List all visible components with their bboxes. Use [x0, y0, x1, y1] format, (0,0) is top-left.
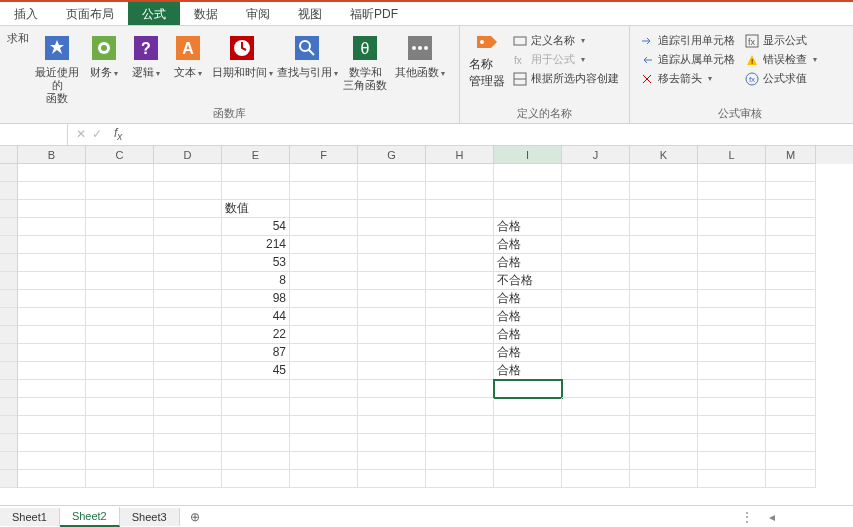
trace-precedents-cmd[interactable]: 追踪引用单元格	[636, 32, 739, 49]
cell[interactable]	[154, 344, 222, 362]
cell[interactable]: 45	[222, 362, 290, 380]
error-check-cmd[interactable]: !错误检查▾	[741, 51, 821, 68]
cell[interactable]	[86, 416, 154, 434]
col-header-F[interactable]: F	[290, 146, 358, 164]
cell[interactable]	[426, 272, 494, 290]
cell[interactable]	[154, 236, 222, 254]
cell[interactable]	[18, 326, 86, 344]
cell[interactable]	[630, 344, 698, 362]
cell[interactable]	[154, 362, 222, 380]
cell[interactable]	[18, 254, 86, 272]
cell[interactable]	[18, 308, 86, 326]
cell[interactable]	[766, 470, 816, 488]
cell[interactable]: 合格	[494, 236, 562, 254]
define-name-cmd[interactable]: 定义名称▾	[509, 32, 623, 49]
recent-functions-button[interactable]: 最近使用的 函数	[32, 28, 82, 105]
tab-review[interactable]: 审阅	[232, 2, 284, 25]
cell[interactable]	[630, 362, 698, 380]
sheet-tab-3[interactable]: Sheet3	[120, 508, 180, 526]
cell[interactable]	[494, 434, 562, 452]
cell[interactable]	[290, 254, 358, 272]
cell[interactable]: 不合格	[494, 272, 562, 290]
cell[interactable]	[86, 398, 154, 416]
cell[interactable]	[562, 434, 630, 452]
fx-button[interactable]: fx	[108, 126, 128, 142]
cell[interactable]	[358, 398, 426, 416]
cell[interactable]	[494, 398, 562, 416]
tab-data[interactable]: 数据	[180, 2, 232, 25]
logic-button[interactable]: ? 逻辑▾	[126, 28, 166, 105]
cell[interactable]	[766, 326, 816, 344]
cell[interactable]	[358, 272, 426, 290]
cell[interactable]	[18, 290, 86, 308]
cell[interactable]	[154, 380, 222, 398]
cell[interactable]	[222, 380, 290, 398]
cell[interactable]	[698, 380, 766, 398]
tab-insert[interactable]: 插入	[0, 2, 52, 25]
cell[interactable]: 8	[222, 272, 290, 290]
cell[interactable]	[18, 272, 86, 290]
cell[interactable]	[698, 452, 766, 470]
create-from-selection-cmd[interactable]: 根据所选内容创建	[509, 70, 623, 87]
cell[interactable]	[562, 254, 630, 272]
cell[interactable]	[562, 362, 630, 380]
cell[interactable]	[494, 182, 562, 200]
cell[interactable]	[698, 218, 766, 236]
cell[interactable]	[18, 398, 86, 416]
cell[interactable]	[426, 236, 494, 254]
cell[interactable]	[426, 344, 494, 362]
cell[interactable]	[766, 452, 816, 470]
cell[interactable]	[358, 200, 426, 218]
cell[interactable]	[562, 344, 630, 362]
cell[interactable]	[766, 380, 816, 398]
cell[interactable]	[562, 218, 630, 236]
cell[interactable]	[358, 254, 426, 272]
cell[interactable]	[222, 416, 290, 434]
cell[interactable]	[630, 182, 698, 200]
cell[interactable]	[426, 254, 494, 272]
autosum-partial[interactable]: 求和	[6, 28, 30, 105]
cell[interactable]	[86, 452, 154, 470]
cell[interactable]	[290, 398, 358, 416]
cell[interactable]	[766, 272, 816, 290]
datetime-button[interactable]: 日期和时间▾	[210, 28, 274, 105]
cell[interactable]	[18, 164, 86, 182]
cell[interactable]	[222, 470, 290, 488]
cell[interactable]	[630, 200, 698, 218]
cell[interactable]: 合格	[494, 362, 562, 380]
finance-button[interactable]: 财务▾	[84, 28, 124, 105]
cell[interactable]	[630, 470, 698, 488]
cell[interactable]	[630, 236, 698, 254]
cell[interactable]	[358, 308, 426, 326]
cell[interactable]	[630, 398, 698, 416]
col-header-D[interactable]: D	[154, 146, 222, 164]
col-header-M[interactable]: M	[766, 146, 816, 164]
cell[interactable]	[698, 272, 766, 290]
remove-arrows-cmd[interactable]: 移去箭头▾	[636, 70, 739, 87]
cell[interactable]	[18, 344, 86, 362]
cell[interactable]: 87	[222, 344, 290, 362]
math-button[interactable]: θ 数学和 三角函数	[340, 28, 390, 105]
cell[interactable]	[86, 182, 154, 200]
cell[interactable]	[562, 272, 630, 290]
cell[interactable]	[426, 380, 494, 398]
cell[interactable]	[426, 362, 494, 380]
cell[interactable]	[698, 164, 766, 182]
cell[interactable]	[426, 182, 494, 200]
text-button[interactable]: A 文本▾	[168, 28, 208, 105]
cell[interactable]	[86, 254, 154, 272]
cell[interactable]	[18, 218, 86, 236]
cell[interactable]	[562, 290, 630, 308]
cell[interactable]	[358, 416, 426, 434]
cell[interactable]	[630, 254, 698, 272]
cell[interactable]	[766, 236, 816, 254]
cell[interactable]	[290, 164, 358, 182]
cell[interactable]	[358, 380, 426, 398]
cell[interactable]	[290, 236, 358, 254]
cell[interactable]	[766, 182, 816, 200]
cell[interactable]	[766, 290, 816, 308]
cell[interactable]	[698, 182, 766, 200]
cell[interactable]	[18, 182, 86, 200]
cell[interactable]	[154, 182, 222, 200]
cell[interactable]	[766, 200, 816, 218]
